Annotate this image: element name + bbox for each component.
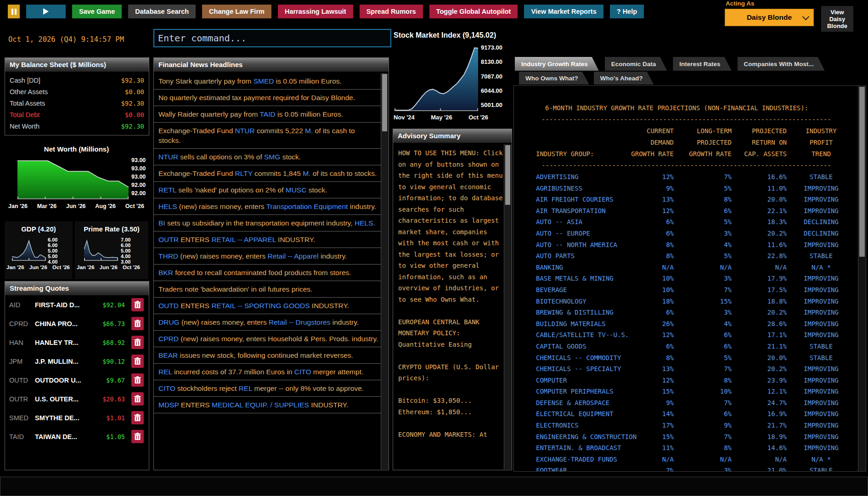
industry-table-row[interactable]: ELECTRONICS17%9%21.7%IMPROVING <box>514 420 858 431</box>
news-headline[interactable]: BKR forced to recall contaminated food p… <box>154 265 381 281</box>
quote-row[interactable]: OUTDOUTDOOR U...$9.67 <box>5 371 149 389</box>
news-ticker-link[interactable]: RETL <box>158 186 176 194</box>
delete-quote-button[interactable] <box>131 317 144 330</box>
news-ticker-link[interactable]: TAID <box>260 110 276 118</box>
news-ticker-link[interactable]: BEAR <box>158 351 178 359</box>
delete-quote-button[interactable] <box>131 355 144 368</box>
news-scrollbar-thumb[interactable] <box>382 74 387 131</box>
industry-table-scrollbar[interactable] <box>858 86 866 471</box>
news-headline[interactable]: CPRD (new) raises money, enters Househol… <box>154 331 381 347</box>
industry-table-row[interactable]: ENTERTAIN. & BROADCAST11%8%14.6%IMPROVIN… <box>514 442 858 454</box>
news-headline[interactable]: OUTD ENTERS RETAIL -- SPORTING GOODS IND… <box>154 298 381 314</box>
industry-table-row[interactable]: BEVERAGE10%7%17.5%IMPROVING <box>514 284 858 296</box>
industry-table-row[interactable]: AUTO PARTS8%5%22.8%STABLE <box>514 250 858 262</box>
news-ticker-link[interactable]: RLTY <box>235 169 253 177</box>
industry-table-row[interactable]: BUILDING MATERIALS26%4%28.6%IMPROVING <box>514 318 858 330</box>
industry-table-row[interactable]: BIOTECHNOLOGY18%15%18.8%IMPROVING <box>514 296 858 307</box>
news-ticker-link[interactable]: M. <box>303 169 310 177</box>
view-market-reports-button[interactable]: View Market Reports <box>524 5 603 18</box>
industry-table-row[interactable]: CABLE/SATELLITE TV--U.S.12%6%17.1%IMPROV… <box>514 329 858 341</box>
news-ticker-link[interactable]: MUSC <box>286 186 307 194</box>
news-ticker-link[interactable]: HELS. <box>355 219 375 227</box>
industry-table-row[interactable]: ADVERTISING12%7%16.6%STABLE <box>514 171 858 183</box>
news-headline[interactable]: No quarterly estimated tax payment requi… <box>154 90 381 106</box>
quote-row[interactable]: TAIDTAIWAN DE...$1.05 <box>5 427 149 446</box>
tab-industry-growth-rates[interactable]: Industry Growth Rates <box>515 57 599 71</box>
delete-quote-button[interactable] <box>131 298 144 311</box>
quote-row[interactable]: JPMJ.P. MULLIN...$90.12 <box>5 352 149 371</box>
news-headline[interactable]: THRD (new) raises money, enters Retail -… <box>154 248 381 265</box>
delete-quote-button[interactable] <box>131 373 144 387</box>
industry-table-row[interactable]: AUTO -- ASIA6%5%18.3%DECLINING <box>514 216 858 228</box>
news-headline[interactable]: BEAR issues new stock, following continu… <box>154 347 381 364</box>
news-headline[interactable]: OUTR ENTERS RETAIL -- APPAREL INDUSTRY. <box>154 231 381 248</box>
news-ticker-link[interactable]: RETAIL -- APPAREL <box>211 236 276 243</box>
news-ticker-link[interactable]: CITO <box>294 368 311 376</box>
delete-quote-button[interactable] <box>131 336 144 349</box>
spread-rumors-button[interactable]: Spread Rumors <box>360 5 423 18</box>
industry-table-row[interactable]: AGRIBUSINESS9%5%11.0%IMPROVING <box>514 183 858 194</box>
news-headline[interactable]: HELS (new) raises money, enters Transpor… <box>154 198 381 215</box>
view-player-button[interactable]: ViewDaisyBlonde <box>821 6 853 32</box>
news-headline[interactable]: MDSP ENTERS MEDICAL EQUIP. / SUPPLIES IN… <box>154 397 381 413</box>
industry-table-row[interactable]: DEFENSE & AEROSPACE9%7%24.7%IMPROVING <box>514 397 858 409</box>
news-headline[interactable]: Exchange-Traded Fund RLTY commits 1,845 … <box>154 165 381 182</box>
quote-row[interactable]: SMEDSMYTHE DE...$1.01 <box>5 408 149 427</box>
news-ticker-link[interactable]: MEDICAL EQUIP. / SUPPLIES <box>212 401 309 409</box>
delete-quote-button[interactable] <box>131 430 144 443</box>
quote-row[interactable]: OUTRU.S. OUTER...$20.63 <box>5 389 149 408</box>
news-ticker-link[interactable]: Retail -- Drugstores <box>269 318 330 326</box>
industry-table-row[interactable]: EXCHANGE-TRADED FUNDSN/AN/AN/AN/A * <box>514 454 858 465</box>
news-ticker-link[interactable]: REL <box>239 384 253 392</box>
harrassing-lawsuit-button[interactable]: Harrassing Lawsuit <box>278 5 353 18</box>
industry-table-row[interactable]: ELECTRICAL EQUIPMENT14%6%16.9%IMPROVING <box>514 408 858 420</box>
news-scrollbar[interactable] <box>381 73 389 469</box>
industry-table-row[interactable]: CHEMICALS -- COMMODITY8%5%20.0%STABLE <box>514 352 858 364</box>
news-headline[interactable]: CITO stockholders reject REL merger -- o… <box>154 380 381 397</box>
news-ticker-link[interactable]: BI <box>158 219 165 227</box>
news-headline[interactable]: Wally Raider quarterly pay from TAID is … <box>154 106 381 123</box>
news-ticker-link[interactable]: Transportation Equipment <box>266 203 348 210</box>
news-headline[interactable]: NTUR sells call options on 3% of SMG sto… <box>154 149 381 165</box>
play-button[interactable] <box>26 5 66 18</box>
news-headline[interactable]: REL incurred costs of 37.7 million Euros… <box>154 364 381 380</box>
advisory-scrollbar[interactable] <box>504 144 512 469</box>
industry-table-row[interactable]: BREWING & DISTILLING6%3%20.2%IMPROVING <box>514 307 858 318</box>
industry-table-row[interactable]: AUTO -- NORTH AMERICA8%4%11.6%IMPROVING <box>514 239 858 251</box>
news-ticker-link[interactable]: REL <box>158 368 172 376</box>
news-ticker-link[interactable]: M. <box>305 127 313 135</box>
industry-table-row[interactable]: AUTO -- EUROPE6%3%20.2%DECLINING <box>514 228 858 239</box>
pause-button[interactable] <box>8 5 20 18</box>
command-input[interactable] <box>153 29 391 47</box>
help-button[interactable]: ? Help <box>610 5 644 18</box>
news-headline[interactable]: DRUG (new) raises money, enters Retail -… <box>154 314 381 331</box>
industry-table-row[interactable]: AIR TRANSPORTATION12%6%22.1%IMPROVING <box>514 205 858 217</box>
industry-table-row[interactable]: CHEMICALS -- SPECIALTY13%7%20.2%IMPROVIN… <box>514 363 858 375</box>
industry-table-row[interactable]: FOOTWEAR2%3%21.0%STABLE <box>514 465 858 471</box>
quote-row[interactable]: AIDFIRST-AID D...$92.04 <box>5 295 149 314</box>
industry-table-scrollbar-thumb[interactable] <box>859 87 865 257</box>
industry-table-row[interactable]: ENGINEERING & CONSTRUCTION15%7%18.9%IMPR… <box>514 431 858 443</box>
industry-table-row[interactable]: BANKINGN/AN/AN/AN/A * <box>514 262 858 273</box>
news-headline[interactable]: RETL sells 'naked' put options on 2% of … <box>154 182 381 198</box>
news-ticker-link[interactable]: CPRD <box>158 335 179 343</box>
save-game-button[interactable]: Save Game <box>72 5 122 18</box>
news-ticker-link[interactable]: THRD <box>158 252 178 260</box>
change-law-firm-button[interactable]: Change Law Firm <box>202 5 271 18</box>
news-ticker-link[interactable]: NTUR <box>235 127 255 135</box>
news-ticker-link[interactable]: Retail -- Apparel <box>267 252 318 260</box>
news-ticker-link[interactable]: CITO <box>158 384 175 392</box>
acting-as-dropdown[interactable]: Daisy Blonde <box>725 9 814 26</box>
news-ticker-link[interactable]: BKR <box>158 269 173 276</box>
news-ticker-link[interactable]: RETAIL -- SPORTING GOODS <box>211 302 310 310</box>
news-ticker-link[interactable]: OUTR <box>158 236 179 243</box>
tab-companies-with-most[interactable]: Companies With Most... <box>738 57 825 71</box>
industry-table-row[interactable]: AIR FREIGHT COURIERS13%8%20.0%IMPROVING <box>514 194 858 205</box>
tab-who-owns-what[interactable]: Who Owns What? <box>519 72 589 85</box>
industry-table-row[interactable]: COMPUTER12%8%23.9%IMPROVING <box>514 375 858 386</box>
tab-economic-data[interactable]: Economic Data <box>605 57 667 71</box>
news-headline[interactable]: BI sets up subsidiary in the transportat… <box>154 215 381 231</box>
tab-who-s-ahead[interactable]: Who's Ahead? <box>594 72 654 85</box>
industry-table-row[interactable]: CAPITAL GOODS6%6%21.1%STABLE <box>514 341 858 352</box>
news-ticker-link[interactable]: HELS <box>158 203 177 210</box>
